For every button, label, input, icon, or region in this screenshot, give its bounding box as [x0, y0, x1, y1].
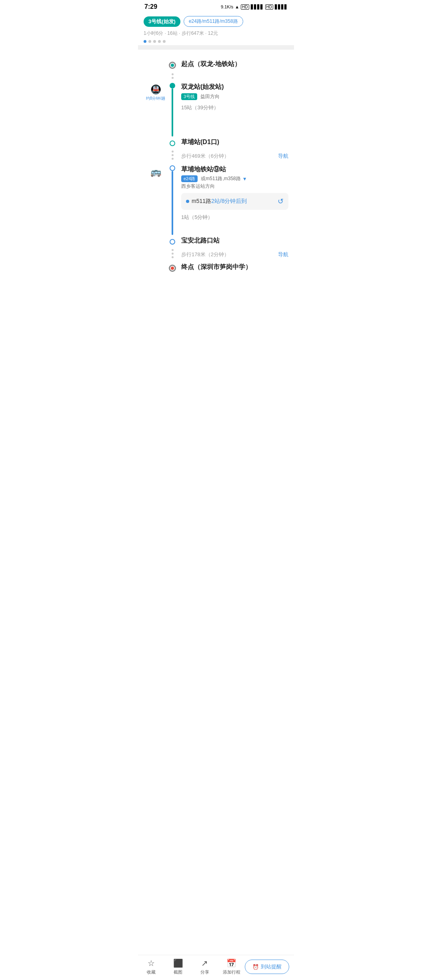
small-dot — [172, 158, 174, 160]
indicator-3[interactable] — [153, 40, 156, 43]
caopo-bus-row: 🚌 草埔地铁站⑨站 e24路 或m511路,m358路 ▼ 西乡客运站方向 m5… — [138, 162, 294, 235]
signal-bars-2: ▋▋▋▋ — [275, 4, 288, 10]
caopo-content: 草埔站(D1口) — [177, 138, 288, 148]
walk2-content: 步行178米（2分钟） 导航 — [177, 248, 288, 260]
bus-left: 🚌 — [144, 165, 168, 178]
bus-content: 草埔地铁站⑨站 e24路 或m511路,m358路 ▼ 西乡客运站方向 m511… — [177, 165, 288, 223]
end-station-name: 终点（深圳市笋岗中学） — [181, 263, 288, 271]
route-info: 1小时6分 · 16站 · 步行647米 · 12元 — [144, 30, 288, 37]
arrival-card: m511路2站/8分钟后到 ↺ — [181, 193, 288, 210]
status-bar: 7:29 9.1K/s ▲ HD ▋▋▋▋ HD ▋▋▋▋ — [138, 0, 294, 12]
dropdown-icon[interactable]: ▼ — [242, 176, 247, 182]
walk1-content: 步行469米（6分钟） 导航 — [177, 149, 288, 161]
nav-link-1[interactable]: 导航 — [278, 153, 288, 160]
baoan-dot — [170, 239, 175, 245]
refresh-icon[interactable]: ↺ — [278, 197, 284, 206]
baoan-mid — [168, 239, 177, 245]
walk1-info: 步行469米（6分钟） 导航 — [181, 153, 288, 160]
main-content: 起点（双龙-地铁站） 🚇 约8分钟/趟 双龙站(始发站) 3号线 益田方向 — [138, 50, 294, 317]
alt-lines: 或m511路,m358路 — [201, 175, 240, 182]
metro-line-info: 3号线 益田方向 — [181, 93, 288, 100]
dots-walk-2 — [172, 247, 174, 260]
indicator-2[interactable] — [148, 40, 151, 43]
indicator-5[interactable] — [163, 40, 166, 43]
walk1-mid — [168, 149, 177, 161]
metro-icon: 🚇 — [150, 84, 161, 95]
shuanglong-row: 🚇 约8分钟/趟 双龙站(始发站) 3号线 益田方向 15站（39分钟） — [138, 80, 294, 137]
caopo-name: 草埔站(D1口) — [181, 138, 288, 147]
metro-stops: 15站（39分钟） — [181, 104, 288, 111]
small-dot — [172, 151, 174, 153]
bus-icon: 🚌 — [150, 167, 161, 177]
signal-bars-1: ▋▋▋▋ — [251, 4, 264, 10]
bus-mid — [168, 165, 177, 235]
metro-freq-label: 约8分钟/趟 — [146, 96, 165, 101]
signal-icon: ▲ — [235, 4, 239, 9]
small-dot — [172, 73, 174, 75]
metro-start-dot — [170, 83, 175, 88]
line3-tag: 3号线 — [181, 93, 197, 100]
end-point-row: 终点（深圳市笋岗中学） — [138, 261, 294, 281]
indicator-1[interactable] — [144, 40, 146, 43]
walk2-text: 步行178米（2分钟） — [181, 251, 229, 258]
caopo-bus-name: 草埔地铁站⑨站 — [181, 165, 288, 174]
dots-walk-1 — [172, 149, 174, 161]
route-header: 3号线(始发) e24路/m511路/m358路 1小时6分 · 16站 · 步… — [138, 12, 294, 46]
hd-badge: HD — [241, 4, 249, 10]
hd-badge2: HD — [265, 4, 273, 10]
d1-mid — [168, 72, 177, 80]
caopo-mid — [168, 141, 177, 146]
start-dot — [169, 62, 176, 69]
bus-stops: 1站（5分钟） — [181, 214, 288, 221]
dots-row-1 — [138, 72, 294, 80]
small-dot — [172, 154, 174, 156]
bottom-spacer — [138, 281, 294, 313]
small-dot — [172, 253, 174, 255]
start-dot-inner — [171, 64, 174, 67]
metro-left: 🚇 约8分钟/趟 — [144, 83, 168, 101]
metro-mid — [168, 83, 177, 137]
route-tags: 3号线(始发) e24路/m511路/m358路 — [144, 16, 288, 27]
status-time: 7:29 — [144, 3, 157, 10]
dots-1 — [172, 72, 174, 80]
e24-tag: e24路 — [181, 175, 198, 182]
arrival-info: m511路2站/8分钟后到 — [186, 198, 247, 205]
page-indicators — [144, 40, 288, 43]
baoan-content: 宝安北路口站 — [177, 237, 288, 247]
walk-row-1: 步行469米（6分钟） 导航 — [138, 148, 294, 162]
indicator-4[interactable] — [158, 40, 161, 43]
metro-vline — [172, 88, 173, 137]
d1-left — [144, 72, 168, 80]
shuanglong-name: 双龙站(始发站) — [181, 83, 288, 91]
baoan-row: 宝安北路口站 — [138, 235, 294, 247]
end-dot — [169, 265, 176, 272]
end-mid — [168, 265, 177, 272]
bus-direction: 西乡客运站方向 — [181, 183, 288, 190]
bus-lines-tag[interactable]: e24路/m511路/m358路 — [184, 16, 243, 27]
nav-link-2[interactable]: 导航 — [278, 251, 288, 258]
caopo-dot — [170, 141, 175, 146]
start-station-name: 起点（双龙-地铁站） — [181, 60, 288, 68]
caopo-row: 草埔站(D1口) — [138, 137, 294, 148]
baoan-name: 宝安北路口站 — [181, 237, 288, 245]
start-mid — [168, 62, 177, 69]
end-content: 终点（深圳市笋岗中学） — [177, 263, 288, 273]
bus-vline — [172, 171, 173, 235]
end-dot-inner — [171, 267, 174, 270]
bus-line-info: e24路 或m511路,m358路 ▼ — [181, 175, 288, 182]
start-point-row: 起点（双龙-地铁站） — [138, 54, 294, 72]
small-dot — [172, 77, 174, 79]
metro-content: 双龙站(始发站) 3号线 益田方向 15站（39分钟） — [177, 83, 288, 113]
walk2-mid — [168, 247, 177, 260]
start-content: 起点（双龙-地铁站） — [177, 60, 288, 70]
small-dot — [172, 249, 174, 251]
status-icons: 9.1K/s ▲ HD ▋▋▋▋ HD ▋▋▋▋ — [221, 4, 288, 10]
d1-right — [177, 72, 288, 80]
small-dot — [172, 256, 174, 258]
walk2-info: 步行178米（2分钟） 导航 — [181, 251, 288, 258]
walk1-text: 步行469米（6分钟） — [181, 153, 229, 160]
network-speed: 9.1K/s — [221, 4, 233, 9]
bus-start-dot — [170, 165, 175, 171]
metro-line-tag[interactable]: 3号线(始发) — [144, 16, 180, 27]
metro-direction: 益田方向 — [200, 94, 220, 99]
